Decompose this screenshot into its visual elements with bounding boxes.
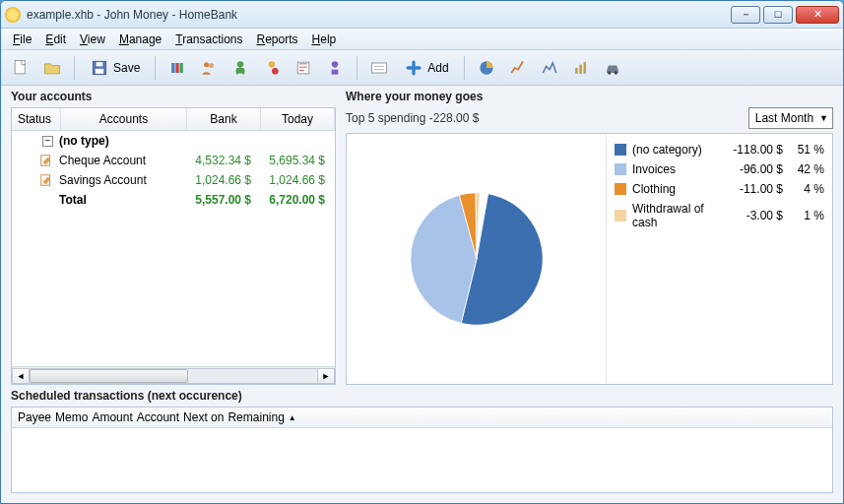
svg-point-17 (608, 71, 611, 74)
sched-col[interactable]: Amount (92, 410, 132, 424)
menu-reports[interactable]: Reports (251, 31, 304, 48)
report-budget-button[interactable] (567, 54, 595, 82)
chevron-down-icon: ▼ (819, 113, 828, 123)
sched-col[interactable]: Next on (183, 410, 224, 424)
period-select[interactable]: Last Month ▼ (748, 107, 833, 129)
legend-amount: -118.00 $ (724, 143, 783, 157)
report-trend-button[interactable] (504, 54, 532, 82)
menu-manage[interactable]: Manage (113, 31, 167, 48)
period-value: Last Month (755, 111, 813, 125)
scroll-right-button[interactable]: ► (317, 368, 335, 384)
show-transactions-button[interactable] (365, 54, 393, 82)
edit-icon (16, 173, 59, 187)
col-bank[interactable]: Bank (187, 108, 261, 130)
svg-rect-12 (372, 63, 387, 73)
legend-swatch (615, 183, 626, 195)
svg-rect-11 (332, 69, 339, 74)
menu-view[interactable]: View (74, 31, 111, 48)
svg-rect-15 (579, 64, 582, 73)
scheduled-empty-body (12, 428, 832, 492)
sched-col[interactable]: Memo (55, 410, 88, 424)
titlebar: example.xhb - John Money - HomeBank － □ … (1, 1, 843, 29)
app-icon (5, 7, 21, 23)
legend-label: Invoices (632, 162, 718, 176)
add-label: Add (427, 61, 448, 75)
legend-row[interactable]: (no category)-118.00 $51 % (615, 140, 824, 159)
svg-rect-0 (15, 60, 25, 73)
manage-assign-button[interactable] (321, 54, 349, 82)
account-group-row[interactable]: − (no type) (12, 131, 335, 151)
pie-chart (347, 134, 606, 384)
report-vehicle-button[interactable] (599, 54, 626, 82)
legend-row[interactable]: Withdrawal of cash-3.00 $1 % (615, 199, 824, 232)
account-today: 1,024.66 $ (257, 173, 331, 187)
legend-pct: 4 % (789, 182, 824, 196)
save-button[interactable]: Save (83, 54, 147, 82)
collapse-icon[interactable]: − (42, 136, 53, 147)
manage-accounts-button[interactable] (163, 54, 191, 82)
svg-rect-2 (96, 68, 103, 73)
legend-pct: 1 % (789, 209, 824, 222)
legend-swatch (615, 210, 626, 221)
svg-point-8 (209, 63, 214, 68)
svg-rect-14 (575, 68, 578, 74)
svg-rect-3 (97, 62, 103, 66)
minimize-button[interactable]: － (731, 6, 760, 24)
menu-transactions[interactable]: Transactions (169, 31, 248, 48)
scheduled-title: Scheduled transactions (next occurence) (11, 389, 833, 403)
window-title: example.xhb - John Money - HomeBank (27, 8, 731, 22)
col-status[interactable]: Status (12, 108, 61, 130)
scroll-thumb[interactable] (30, 369, 188, 383)
svg-rect-5 (176, 63, 179, 73)
open-file-button[interactable] (38, 54, 66, 82)
close-button[interactable]: ✕ (796, 6, 839, 24)
scroll-left-button[interactable]: ◄ (12, 368, 30, 384)
col-today[interactable]: Today (261, 108, 335, 130)
menubar: File Edit View Manage Transactions Repor… (1, 29, 843, 50)
menu-edit[interactable]: Edit (39, 31, 72, 48)
account-total-row: Total 5,557.00 $ 6,720.00 $ (12, 190, 335, 210)
manage-payees-button[interactable] (195, 54, 223, 82)
svg-point-9 (272, 68, 279, 75)
svg-rect-4 (172, 63, 175, 73)
account-bank: 1,024.66 $ (183, 173, 257, 187)
account-row[interactable]: Savings Account 1,024.66 $ 1,024.66 $ (12, 170, 335, 190)
total-bank: 5,557.00 $ (183, 193, 257, 207)
manage-budget-button[interactable] (290, 54, 317, 82)
horizontal-scrollbar[interactable]: ◄ ► (12, 366, 335, 384)
sched-col[interactable]: Account (137, 410, 179, 424)
sched-col[interactable]: Remaining (227, 410, 284, 424)
legend-label: (no category) (632, 143, 718, 157)
add-transaction-button[interactable]: Add (397, 54, 455, 82)
menu-help[interactable]: Help (306, 31, 343, 48)
legend-amount: -96.00 $ (724, 162, 783, 176)
chart-legend: (no category)-118.00 $51 %Invoices-96.00… (606, 134, 832, 384)
total-today: 6,720.00 $ (257, 193, 331, 207)
save-label: Save (113, 61, 140, 75)
account-name: Cheque Account (59, 154, 183, 167)
col-accounts[interactable]: Accounts (61, 108, 187, 130)
legend-swatch (615, 144, 626, 156)
sched-col[interactable]: Payee (18, 410, 51, 424)
edit-icon (16, 154, 59, 167)
accounts-table: Status Accounts Bank Today − (no type) (11, 107, 336, 385)
account-today: 5,695.34 $ (257, 154, 331, 167)
legend-row[interactable]: Invoices-96.00 $42 % (615, 159, 824, 179)
accounts-title: Your accounts (11, 90, 336, 103)
legend-row[interactable]: Clothing-11.00 $4 % (615, 179, 824, 199)
legend-amount: -3.00 $ (724, 209, 783, 222)
menu-file[interactable]: File (7, 31, 37, 48)
legend-label: Withdrawal of cash (632, 202, 718, 229)
manage-archives-button[interactable] (258, 54, 286, 82)
account-bank: 4,532.34 $ (183, 154, 257, 167)
maximize-button[interactable]: □ (763, 6, 793, 24)
svg-point-18 (614, 71, 617, 74)
scheduled-header[interactable]: PayeeMemoAmountAccountNext onRemaining▲ (12, 408, 832, 428)
new-file-button[interactable] (7, 54, 34, 82)
group-label: (no type) (59, 134, 183, 148)
manage-categories-button[interactable] (227, 54, 254, 82)
report-statistics-button[interactable] (473, 54, 500, 82)
account-row[interactable]: Cheque Account 4,532.34 $ 5,695.34 $ (12, 151, 335, 170)
legend-swatch (615, 163, 626, 175)
report-balance-button[interactable] (536, 54, 563, 82)
